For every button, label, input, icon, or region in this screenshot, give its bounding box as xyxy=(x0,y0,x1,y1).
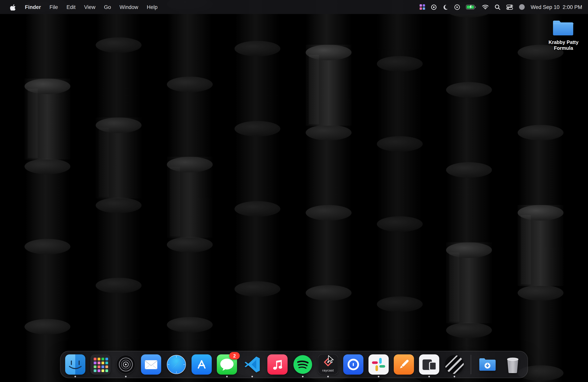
dock-item-striped-sphere-app[interactable] xyxy=(444,354,464,375)
menubar-user-circle-icon[interactable] xyxy=(519,4,525,10)
dock-item-rings-app[interactable] xyxy=(116,354,136,375)
wifi-icon[interactable] xyxy=(482,4,489,10)
menu-item-window[interactable]: Window xyxy=(115,4,143,10)
mail-icon xyxy=(141,354,161,375)
raycast-icon-label: raycast xyxy=(318,368,338,372)
slack-icon xyxy=(368,354,389,375)
app-store-icon xyxy=(191,354,212,375)
apple-icon xyxy=(10,4,16,10)
dock-item-devices-app[interactable] xyxy=(419,354,439,375)
dock-item-mail[interactable] xyxy=(141,354,161,375)
vscode-icon xyxy=(242,354,262,375)
devices-icon xyxy=(419,354,439,375)
menu-item-help[interactable]: Help xyxy=(143,4,162,10)
menu-item-finder[interactable]: Finder xyxy=(21,4,45,10)
finder-icon xyxy=(65,354,85,375)
menubar-extra-moon-icon[interactable] xyxy=(442,4,448,10)
concentric-rings-icon xyxy=(116,354,136,375)
dock: 2 xyxy=(60,351,528,378)
dock-item-music[interactable] xyxy=(267,354,288,375)
1password-icon xyxy=(343,354,363,375)
dock-item-pen-app[interactable] xyxy=(394,354,414,375)
dock-item-vscode[interactable] xyxy=(242,354,262,375)
menubar-clock[interactable]: Wed Sep 10 2:00 PM xyxy=(531,4,582,10)
control-center-icon[interactable] xyxy=(506,4,513,10)
menu-item-go[interactable]: Go xyxy=(100,4,115,10)
orange-pen-icon xyxy=(394,354,414,375)
dock-divider xyxy=(471,355,471,374)
wallpaper xyxy=(0,0,588,382)
desktop: Finder File Edit View Go Window Help xyxy=(0,0,588,382)
clock-date: Wed Sep 10 xyxy=(531,4,559,10)
menu-item-view[interactable]: View xyxy=(80,4,100,10)
menu-bar-left: Finder File Edit View Go Window Help xyxy=(0,4,162,10)
folder-icon xyxy=(552,19,575,37)
dock-item-slack[interactable] xyxy=(368,354,389,375)
launchpad-icon xyxy=(90,354,111,375)
menu-bar: Finder File Edit View Go Window Help xyxy=(0,0,588,14)
menu-item-edit[interactable]: Edit xyxy=(62,4,80,10)
dock-item-safari[interactable] xyxy=(166,354,187,375)
desktop-icon-label: Krabby Patty Formula xyxy=(542,40,585,51)
menu-item-file[interactable]: File xyxy=(45,4,63,10)
dock-item-messages[interactable]: 2 xyxy=(217,354,237,375)
safari-icon xyxy=(166,354,187,375)
clock-time: 2:00 PM xyxy=(563,4,582,10)
spotlight-search-icon[interactable] xyxy=(494,4,500,10)
music-icon xyxy=(267,354,288,375)
dock-item-trash[interactable] xyxy=(503,354,523,375)
dock-item-1password[interactable] xyxy=(343,354,363,375)
menubar-extra-play-icon[interactable] xyxy=(454,4,460,10)
menu-bar-status-area: Wed Sep 10 2:00 PM xyxy=(420,4,588,10)
trash-icon xyxy=(503,354,523,375)
dock-item-downloads[interactable] xyxy=(477,354,498,375)
striped-sphere-icon xyxy=(444,354,464,375)
menubar-extra-grid-icon[interactable] xyxy=(420,4,425,10)
notification-badge: 2 xyxy=(229,352,240,360)
spotify-icon xyxy=(293,354,313,375)
battery-icon[interactable] xyxy=(466,4,476,10)
dock-item-spotify[interactable] xyxy=(293,354,313,375)
apple-menu[interactable] xyxy=(5,4,21,10)
dock-item-app-store[interactable] xyxy=(191,354,212,375)
menubar-extra-ring-icon[interactable] xyxy=(431,4,437,10)
dock-item-launchpad[interactable] xyxy=(90,354,111,375)
dock-item-finder[interactable] xyxy=(65,354,85,375)
downloads-folder-icon xyxy=(477,354,498,375)
mouse-cursor xyxy=(328,355,336,364)
desktop-icon-krabby-patty-formula[interactable]: Krabby Patty Formula xyxy=(542,19,585,51)
